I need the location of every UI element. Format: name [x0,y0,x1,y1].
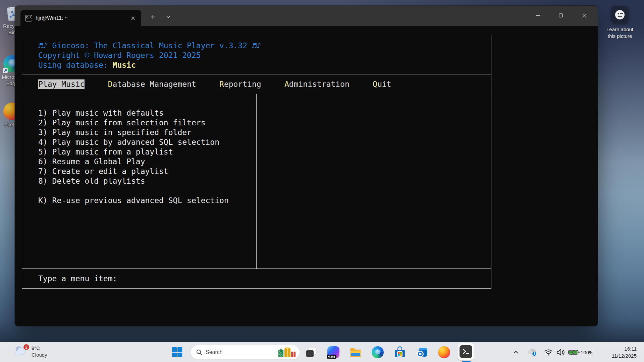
spotlight-label: Learn about this picture [604,26,636,40]
copyright-line: Copyright © Howard Rogers 2021-2025 [38,51,491,60]
new-tab-button[interactable] [147,11,158,22]
chevron-up-icon [513,350,519,354]
shortcut-arrow-icon [3,68,8,73]
task-view-icon [305,346,318,359]
prompt-text: Type a menu item: [38,274,117,284]
database-name: Music [113,61,136,69]
minimize-button[interactable] [530,6,546,25]
taskbar-app-m365-copilot[interactable]: M365 [327,346,340,359]
outlook-icon [416,346,428,359]
menu-item-3[interactable]: 3) Play music in specified folder [22,128,256,137]
tui-menubar: Play Music Database Management Reporting… [22,74,491,94]
learn-about-picture-button[interactable] [611,6,629,23]
notification-badge: 2 [23,344,30,350]
search-icon [196,349,202,355]
weather-widget[interactable]: 2 9°C Cloudy [13,345,47,358]
terminal-body[interactable]: ♬♪ Giocoso: The Classical Music Player v… [15,26,598,326]
search-box[interactable]: Search [191,345,300,360]
holiday-gifts-icon [277,347,296,358]
desktop: Recycle Bin Microsoft Edge Firefox Learn… [0,0,644,362]
terminal-app-card [458,343,474,360]
taskbar-app-task-view[interactable] [305,346,318,359]
taskbar-app-firefox[interactable] [438,346,450,359]
taskbar-clock[interactable]: 16:11 11/12/2025 [612,342,637,362]
menu-quit[interactable]: Quit [373,79,391,89]
battery-percent: 100% [581,342,593,362]
menu-item-2[interactable]: 2) Play music from selection filters [22,118,256,128]
menu-reporting[interactable]: Reporting [219,79,261,89]
menu-play-music[interactable]: Play Music [38,79,85,89]
weather-condition: Cloudy [32,352,47,358]
terminal-tab[interactable]: C:\ hjr@Win11: ~ [20,10,141,26]
tab-close-button[interactable] [128,13,138,23]
taskbar-app-file-explorer[interactable] [349,346,362,359]
tabbar-separator [161,13,161,20]
menu-item-6[interactable]: 6) Resume a Global Play [22,157,256,167]
m365-badge: M365 [327,355,336,359]
window-close-button[interactable] [576,6,592,25]
database-line: Using database:Music [38,60,491,70]
taskbar-app-edge[interactable] [371,346,384,359]
tray-onedrive[interactable] [526,342,538,362]
menu-item-k[interactable]: K) Re-use previous advanced SQL selectio… [22,196,256,205]
taskbar-app-terminal-active[interactable] [458,343,476,361]
battery-charging-icon [568,349,580,355]
clock-date: 11/12/2025 [612,352,637,359]
empty-pane [257,94,491,268]
menu-administration[interactable]: Administration [284,79,350,89]
taskbar-app-microsoft-store[interactable] [393,346,406,359]
menu-item-8[interactable]: 8) Delete old playlists [22,176,256,186]
terminal-tabbar[interactable]: C:\ hjr@Win11: ~ [15,6,598,26]
microsoft-store-icon [393,346,406,359]
maximize-button[interactable] [553,6,569,25]
windows-logo-icon [171,347,183,358]
file-explorer-icon [349,346,362,359]
menu-item-4[interactable]: 4) Play music by advanced SQL selection [22,137,256,147]
onedrive-cloud-icon [527,348,537,356]
tray-battery[interactable] [568,342,580,362]
start-button[interactable] [171,346,183,359]
weather-temp: 9°C [32,345,47,351]
spotlight-widget: Learn about this picture [598,6,641,40]
m365-copilot-icon: M365 [327,346,339,358]
tab-title: hjr@Win11: ~ [36,15,128,21]
cmd-icon: C:\ [25,15,32,21]
tui-header: ♬♪ Giocoso: The Classical Music Player v… [22,35,491,74]
giocoso-tui: ♬♪ Giocoso: The Classical Music Player v… [22,35,491,289]
clock-time: 16:11 [625,345,637,352]
menu-database-management[interactable]: Database Management [108,79,196,89]
search-placeholder: Search [206,349,277,355]
wink-face-icon [614,9,626,20]
tui-content: 1) Play music with defaults 2) Play musi… [22,94,491,269]
terminal-window: C:\ hjr@Win11: ~ [15,6,598,326]
menu-item-1[interactable]: 1) Play music with defaults [22,108,256,118]
taskbar-app-outlook[interactable] [416,346,428,359]
tray-wifi[interactable] [543,342,554,362]
menu-item-5[interactable]: 5) Play music from a playlist [22,147,256,157]
wifi-icon [544,349,553,356]
blank-line [22,186,256,196]
tray-volume[interactable] [555,342,567,362]
menu-item-7[interactable]: 7) Create or edit a playlist [22,167,256,176]
taskbar: 2 9°C Cloudy Search [0,342,644,362]
edge-icon [372,346,384,358]
tab-dropdown-button[interactable] [163,11,173,22]
speaker-icon [556,349,566,356]
tray-chevron-up[interactable] [510,342,522,362]
menu-items-pane: 1) Play music with defaults 2) Play musi… [22,94,257,268]
tui-prompt-box[interactable]: Type a menu item: [22,269,491,289]
terminal-icon [460,345,472,358]
app-title: ♬♪ Giocoso: The Classical Music Player v… [38,41,491,51]
firefox-icon [438,346,450,358]
